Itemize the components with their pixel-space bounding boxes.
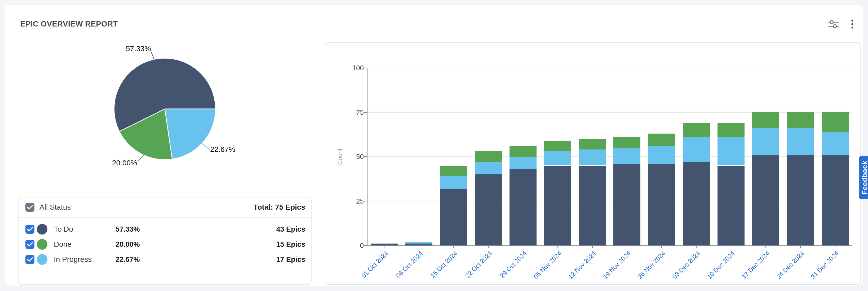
bar-segment-done[interactable] xyxy=(787,112,814,128)
x-axis-label[interactable]: 24 Dec 2024 xyxy=(775,250,805,281)
legend-row-inprogress[interactable]: In Progress 22.67% 17 Epics xyxy=(19,253,311,266)
filter-sliders-icon xyxy=(828,19,840,29)
bar-segment-in-progress[interactable] xyxy=(683,137,710,162)
y-axis-tick xyxy=(364,245,367,246)
x-axis-label[interactable]: 19 Nov 2024 xyxy=(601,250,632,281)
bar-segment-in-progress[interactable] xyxy=(717,137,745,165)
todo-checkbox[interactable] xyxy=(25,225,34,234)
inprogress-checkbox[interactable] xyxy=(25,255,34,264)
bar-segment-to-do[interactable] xyxy=(717,166,745,246)
bar-segment-done[interactable] xyxy=(717,123,745,137)
bar-segment-done[interactable] xyxy=(544,141,571,151)
y-axis-tick-label: 25 xyxy=(340,197,364,205)
x-axis-label[interactable]: 22 Oct 2024 xyxy=(464,250,494,279)
x-axis-label[interactable]: 03 Dec 2024 xyxy=(671,250,702,281)
x-axis-label[interactable]: 10 Dec 2024 xyxy=(706,250,736,281)
legend-row-todo[interactable]: To Do 57.33% 43 Epics xyxy=(19,223,311,236)
y-axis-tick xyxy=(364,67,367,68)
y-axis-line xyxy=(367,68,368,245)
check-icon xyxy=(27,242,33,247)
x-axis-label[interactable]: 29 Oct 2024 xyxy=(498,250,528,279)
bar-segment-done[interactable] xyxy=(752,112,779,128)
report-widget-card: EPIC OVERVIEW REPORT xyxy=(5,5,863,286)
kebab-menu-icon xyxy=(850,18,855,30)
all-status-label: All Status xyxy=(39,203,71,211)
bar-segment-to-do[interactable] xyxy=(440,189,467,245)
bar-segment-in-progress[interactable] xyxy=(440,176,467,189)
legend-label: Done xyxy=(54,240,116,249)
bar-segment-to-do[interactable] xyxy=(787,155,814,245)
x-axis-label[interactable]: 12 Nov 2024 xyxy=(567,250,597,281)
legend-count: 15 Epics xyxy=(276,240,305,249)
x-axis-label[interactable]: 05 Nov 2024 xyxy=(532,250,563,281)
bar-segment-to-do[interactable] xyxy=(509,169,536,245)
bar-segment-done[interactable] xyxy=(648,134,675,146)
bar-segment-to-do[interactable] xyxy=(822,155,849,245)
bar-segment-to-do[interactable] xyxy=(648,164,675,245)
x-axis-label[interactable]: 31 Dec 2024 xyxy=(809,250,840,281)
bar-segment-done[interactable] xyxy=(440,166,467,176)
bar-segment-to-do[interactable] xyxy=(475,174,502,245)
bar-segment-to-do[interactable] xyxy=(544,166,571,246)
done-color-swatch xyxy=(37,239,48,250)
bar-segment-in-progress[interactable] xyxy=(787,128,814,155)
chart-gridline xyxy=(367,112,852,113)
bar-segment-to-do[interactable] xyxy=(613,164,641,245)
legend-header-row[interactable]: All Status Total: 75 Epics xyxy=(19,198,311,217)
check-icon xyxy=(27,227,33,232)
x-axis-line xyxy=(367,245,852,246)
bar-segment-to-do[interactable] xyxy=(405,243,432,245)
bar-segment-in-progress[interactable] xyxy=(613,148,641,164)
x-axis-label[interactable]: 26 Nov 2024 xyxy=(636,250,667,281)
bar-segment-in-progress[interactable] xyxy=(752,128,779,155)
inprogress-color-swatch xyxy=(37,254,48,265)
legend-rows: To Do 57.33% 43 Epics Done 20.00% 15 Epi… xyxy=(19,217,311,266)
bar-segment-in-progress[interactable] xyxy=(579,149,606,165)
legend-total-epics: Total: 75 Epics xyxy=(253,203,305,211)
bar-segment-done[interactable] xyxy=(475,151,502,162)
x-axis-label[interactable]: 17 Dec 2024 xyxy=(740,250,771,281)
bar-segment-done[interactable] xyxy=(822,112,849,132)
bar-segment-to-do[interactable] xyxy=(752,155,779,245)
bar-segment-in-progress[interactable] xyxy=(509,157,536,169)
page-title: EPIC OVERVIEW REPORT xyxy=(20,20,118,28)
x-axis-label[interactable]: 08 Oct 2024 xyxy=(395,250,424,279)
done-checkbox[interactable] xyxy=(25,240,34,249)
y-axis-tick-label: 0 xyxy=(340,241,364,250)
y-axis-tick xyxy=(364,156,367,157)
bar-segment-to-do[interactable] xyxy=(579,166,606,246)
bar-segment-done[interactable] xyxy=(579,139,606,149)
x-axis-label[interactable]: 15 Oct 2024 xyxy=(429,250,459,279)
bar-segment-done[interactable] xyxy=(509,146,536,157)
chart-gridline xyxy=(367,67,852,68)
feedback-button[interactable]: Feedback xyxy=(859,156,868,199)
legend-count: 43 Epics xyxy=(276,225,305,233)
bar-segment-in-progress[interactable] xyxy=(405,242,432,244)
more-options-button[interactable] xyxy=(846,18,858,30)
x-axis-tick xyxy=(592,246,593,248)
legend-label: In Progress xyxy=(54,255,116,264)
bar-segment-to-do[interactable] xyxy=(371,243,398,245)
status-legend-card: All Status Total: 75 Epics To Do 57.33% … xyxy=(18,197,312,285)
pie-slice-label-done: 20.00% xyxy=(112,159,137,167)
x-axis-tick xyxy=(523,246,523,248)
y-axis-tick xyxy=(364,201,367,201)
x-axis-tick xyxy=(696,246,696,248)
bar-segment-done[interactable] xyxy=(613,137,641,148)
bar-segment-in-progress[interactable] xyxy=(648,146,675,164)
status-pie-chart[interactable] xyxy=(115,59,215,159)
filter-sliders-button[interactable] xyxy=(828,18,840,30)
bar-segment-to-do[interactable] xyxy=(683,162,710,245)
x-axis-tick xyxy=(627,246,627,248)
x-axis-tick xyxy=(384,246,384,248)
bar-segment-in-progress[interactable] xyxy=(544,151,571,166)
legend-row-done[interactable]: Done 20.00% 15 Epics xyxy=(19,238,311,251)
x-axis-label[interactable]: 01 Oct 2024 xyxy=(360,250,390,279)
bar-segment-in-progress[interactable] xyxy=(822,132,849,155)
x-axis-tick xyxy=(731,246,731,248)
bar-segment-done[interactable] xyxy=(683,123,710,137)
check-icon xyxy=(27,205,33,210)
bar-segment-in-progress[interactable] xyxy=(475,162,502,174)
all-status-checkbox[interactable] xyxy=(25,203,34,212)
chart-gridline xyxy=(367,201,852,201)
